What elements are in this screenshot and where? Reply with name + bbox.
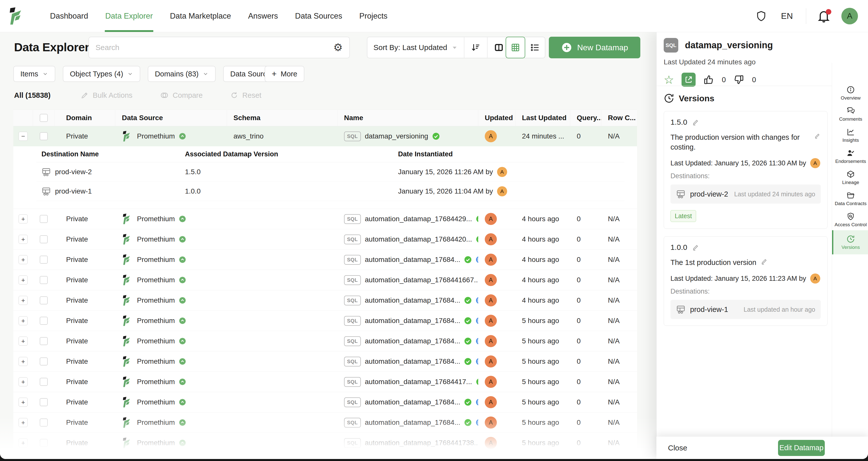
expand-row-button[interactable]: + bbox=[19, 316, 28, 325]
row-name[interactable]: automation_datamap_17684... bbox=[365, 296, 460, 304]
table-row[interactable]: + Private Promethium SQL automation_data… bbox=[13, 209, 637, 229]
filter-chip[interactable]: Object Types (4) bbox=[63, 66, 140, 82]
edit-datamap-button[interactable]: Edit Datamap bbox=[778, 440, 825, 456]
table-row[interactable]: + Private Promethium SQL automation_data… bbox=[13, 290, 637, 311]
nav-item[interactable]: Dashboard bbox=[50, 0, 89, 32]
open-external-link-icon[interactable] bbox=[682, 73, 695, 87]
expand-row-button[interactable]: + bbox=[19, 418, 28, 427]
avatar[interactable]: A bbox=[497, 186, 507, 196]
list-view-button[interactable] bbox=[525, 37, 545, 58]
row-checkbox[interactable] bbox=[40, 337, 48, 345]
table-row[interactable]: + Private Promethium SQL automation_data… bbox=[13, 412, 637, 433]
header-last-updated[interactable]: Last Updated bbox=[516, 110, 570, 126]
avatar[interactable]: A bbox=[810, 158, 820, 168]
expand-row-button[interactable]: + bbox=[19, 214, 28, 223]
rail-item[interactable]: Versions bbox=[832, 230, 868, 254]
avatar[interactable]: A bbox=[485, 213, 497, 225]
table-row[interactable]: + Private Promethium SQL automation_data… bbox=[13, 229, 637, 250]
row-name[interactable]: automation_datamap_17684... bbox=[365, 419, 460, 427]
avatar[interactable]: A bbox=[485, 294, 497, 306]
rail-item[interactable]: Lineage bbox=[832, 167, 868, 188]
header-updated-by[interactable]: Updated By bbox=[478, 110, 516, 126]
search-input[interactable] bbox=[95, 43, 333, 52]
expand-row-button[interactable]: + bbox=[19, 235, 28, 244]
user-avatar[interactable]: A bbox=[841, 8, 858, 24]
sort-direction-button[interactable] bbox=[464, 37, 487, 58]
header-schema[interactable]: Schema bbox=[227, 110, 338, 126]
row-checkbox[interactable] bbox=[40, 378, 48, 386]
more-filters-button[interactable]: + More bbox=[265, 66, 304, 82]
row-name[interactable]: automation_datamap_17684420... bbox=[365, 235, 472, 243]
avatar[interactable]: A bbox=[485, 356, 497, 368]
edit-description-icon[interactable] bbox=[814, 132, 821, 140]
avatar[interactable]: A bbox=[485, 274, 497, 286]
row-name[interactable]: automation_datamap_17684... bbox=[365, 398, 460, 406]
favorite-star-icon[interactable]: ☆ bbox=[664, 74, 674, 86]
select-all-checkbox[interactable] bbox=[40, 114, 48, 122]
rail-item[interactable]: Insights bbox=[832, 125, 868, 146]
reset-button[interactable]: Reset bbox=[230, 91, 261, 99]
header-data-source[interactable]: Data Source bbox=[115, 110, 227, 126]
filter-chip[interactable]: Items bbox=[13, 66, 55, 82]
table-row[interactable]: + Private Promethium SQL automation_data… bbox=[13, 433, 637, 453]
promethium-logo-icon[interactable] bbox=[8, 0, 27, 32]
row-checkbox[interactable] bbox=[40, 439, 48, 447]
row-name[interactable]: automation_datamap_17684... bbox=[365, 317, 460, 325]
row-name[interactable]: datamap_versioning bbox=[365, 132, 428, 140]
row-name[interactable]: automation_datamap_17684417... bbox=[365, 378, 472, 386]
row-name[interactable]: automation_datamap_1768441667... bbox=[365, 276, 478, 284]
table-row[interactable]: + Private Promethium SQL automation_data… bbox=[13, 270, 637, 290]
bulk-actions-button[interactable]: Bulk Actions bbox=[81, 91, 132, 99]
avatar[interactable]: A bbox=[485, 396, 497, 408]
version-destination-row[interactable]: prod-view-2 Last updated 24 minutes ago bbox=[671, 184, 821, 204]
header-queries[interactable]: Query... bbox=[570, 110, 601, 126]
row-name[interactable]: automation_datamap_17684... bbox=[365, 337, 460, 345]
table-row[interactable]: + Private Promethium SQL automation_data… bbox=[13, 392, 637, 412]
header-row-count[interactable]: Row C... bbox=[601, 110, 637, 126]
table-row[interactable]: + Private Promethium SQL automation_data… bbox=[13, 351, 637, 372]
row-checkbox[interactable] bbox=[40, 398, 48, 406]
avatar[interactable]: A bbox=[485, 335, 497, 347]
row-checkbox[interactable] bbox=[40, 317, 48, 325]
edit-description-icon[interactable] bbox=[761, 258, 768, 265]
rail-item[interactable]: Comments bbox=[832, 103, 868, 125]
edit-version-icon[interactable] bbox=[692, 118, 700, 126]
expand-row-button[interactable]: + bbox=[19, 276, 28, 284]
table-row[interactable]: + Private Promethium SQL automation_data… bbox=[13, 331, 637, 351]
row-checkbox[interactable] bbox=[40, 276, 48, 284]
new-datamap-button[interactable]: New Datamap bbox=[549, 37, 640, 58]
expand-row-button[interactable]: + bbox=[19, 357, 28, 366]
filter-chip[interactable]: Domains (83) bbox=[148, 66, 216, 82]
row-checkbox[interactable] bbox=[40, 256, 48, 264]
avatar[interactable]: A bbox=[485, 437, 497, 449]
table-row[interactable]: + Private Promethium SQL automation_data… bbox=[13, 250, 637, 270]
notifications-bell-icon[interactable] bbox=[817, 9, 830, 23]
expand-row-button[interactable]: + bbox=[19, 438, 28, 448]
sort-by-dropdown[interactable]: Sort By: Last Updated bbox=[367, 37, 464, 58]
row-checkbox[interactable] bbox=[40, 235, 48, 243]
destination-name[interactable]: prod-view-2 bbox=[690, 190, 728, 198]
expand-row-button[interactable]: + bbox=[19, 337, 28, 346]
header-name[interactable]: Name bbox=[338, 110, 478, 126]
avatar[interactable]: A bbox=[485, 417, 497, 429]
table-row[interactable]: + Private Promethium SQL automation_data… bbox=[13, 311, 637, 331]
rail-item[interactable]: Endorsements bbox=[832, 146, 868, 167]
thumbs-up-icon[interactable] bbox=[703, 74, 714, 85]
rail-item[interactable]: Data Contracts bbox=[832, 188, 868, 209]
nav-item[interactable]: Projects bbox=[359, 0, 388, 32]
destination-name[interactable]: prod-view-1 bbox=[690, 305, 728, 314]
destination-name[interactable]: prod-view-2 bbox=[55, 168, 92, 176]
row-name[interactable]: automation_datamap_1768441738... bbox=[365, 439, 478, 447]
row-checkbox[interactable] bbox=[40, 296, 48, 304]
table-row-expanded[interactable]: − Private Promethium aws_trino SQL datam… bbox=[13, 126, 637, 146]
row-name[interactable]: automation_datamap_17684429... bbox=[365, 215, 472, 223]
expand-row-button[interactable]: + bbox=[19, 255, 28, 264]
expand-row-button[interactable]: + bbox=[19, 377, 28, 386]
expand-row-button[interactable]: + bbox=[19, 296, 28, 305]
avatar[interactable]: A bbox=[485, 254, 497, 266]
nav-item[interactable]: Data Explorer bbox=[105, 0, 154, 32]
grid-view-button[interactable] bbox=[506, 37, 525, 58]
destination-name[interactable]: prod-view-1 bbox=[55, 187, 92, 195]
edit-version-icon[interactable] bbox=[692, 244, 700, 251]
avatar[interactable]: A bbox=[485, 315, 497, 327]
